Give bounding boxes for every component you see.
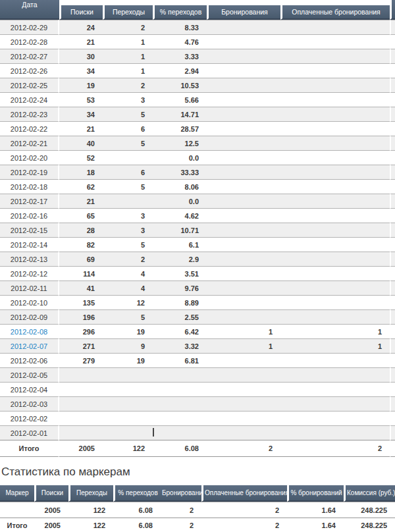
ctr-value: 6.42 (153, 324, 207, 338)
table-row: 2012-02-114149.76 (0, 280, 395, 295)
table-row: 2012-02-2519210.53 (0, 78, 395, 92)
column-header-searches: Поиски (59, 0, 103, 20)
date-cell: 2012-02-28 (0, 34, 59, 49)
clipped-cell (390, 280, 395, 295)
column-header-paid-bookings: Оплаченные бронирования (201, 485, 287, 502)
ctr-value: 33.33 (153, 165, 207, 179)
searches-value: 30 (59, 49, 103, 63)
date-cell: 2012-02-19 (0, 165, 59, 179)
clicks-value: 2 (103, 78, 153, 92)
ctr-value: 28.57 (153, 121, 207, 136)
table-row: 2012-02-1918633.33 (0, 165, 395, 179)
clipped-cell (390, 396, 395, 411)
paid-value (280, 309, 390, 324)
date-cell: 2012-02-21 (0, 136, 59, 150)
ctr-value: 0.0 (153, 194, 207, 208)
clicks-value: 19 (103, 324, 153, 338)
date-cell: 2012-02-14 (0, 237, 59, 252)
searches-value (59, 367, 103, 382)
ctr-value: 4.62 (153, 208, 207, 223)
bookings-value (207, 208, 280, 223)
total-clicks: 122 (68, 518, 113, 532)
paid-value (280, 20, 390, 34)
clipped-cell (390, 425, 395, 440)
bookings-value (207, 121, 280, 136)
paid-value (280, 223, 390, 237)
clipped-cell (390, 411, 395, 425)
clicks-value: 1 (103, 34, 153, 49)
paid-value: 1 (280, 324, 390, 338)
clipped-cell (390, 353, 395, 367)
searches-value: 196 (59, 309, 103, 324)
bookings-value: 2 (161, 502, 201, 518)
bookings-value (207, 136, 280, 150)
date-cell: 2012-02-10 (0, 295, 59, 309)
bookings-value (207, 194, 280, 208)
ctr-value: 9.76 (153, 280, 207, 295)
total-ctr: 6.08 (113, 518, 161, 532)
column-header-marker: Маркер (0, 485, 34, 502)
total-bookings: 2 (207, 440, 280, 457)
bookings-value (207, 382, 280, 396)
searches-value: 69 (59, 252, 103, 266)
clicks-value: 4 (103, 280, 153, 295)
date-cell: 2012-02-06 (0, 353, 59, 367)
searches-value: 135 (59, 295, 103, 309)
ctr-value: 3.32 (153, 338, 207, 353)
paid-value (280, 295, 390, 309)
clicks-value: 3 (103, 223, 153, 237)
marker-name (0, 502, 34, 518)
table-row: 2012-02-0919652.55 (0, 309, 395, 324)
daily-table-header-row: Дата Поиски Переходы % переходов Брониро… (0, 0, 395, 20)
column-header-commission: Комиссия (руб.) (344, 485, 395, 502)
bookings-value (207, 266, 280, 280)
date-link[interactable]: 2012-02-07 (0, 338, 59, 353)
column-header-booking-pct: % бронирований (287, 485, 344, 502)
ctr-value: 6.81 (153, 353, 207, 367)
clicks-value (103, 382, 153, 396)
table-row: 2012-02-06279196.81 (0, 353, 395, 367)
clipped-cell (390, 252, 395, 266)
ctr-value: 3.51 (153, 266, 207, 280)
clicks-value: 19 (103, 353, 153, 367)
ctr-value: 5.66 (153, 92, 207, 107)
clicks-value (103, 411, 153, 425)
clicks-value (103, 425, 153, 440)
searches-value: 24 (59, 20, 103, 34)
table-row: 2012-02-03 (0, 396, 395, 411)
table-row: 2012-02-0727193.3211 (0, 338, 395, 353)
ctr-value: 2.94 (153, 63, 207, 78)
ctr-value: 3.33 (153, 49, 207, 63)
clicks-value: 4 (103, 266, 153, 280)
clipped-cell (390, 223, 395, 237)
bookings-value (207, 92, 280, 107)
date-cell: 2012-02-27 (0, 49, 59, 63)
total-bookings: 2 (161, 518, 201, 532)
date-cell: 2012-02-13 (0, 252, 59, 266)
table-row: 2012-02-263412.94 (0, 63, 395, 78)
searches-value: 40 (59, 136, 103, 150)
paid-value (280, 63, 390, 78)
clicks-value: 6 (103, 165, 153, 179)
date-cell: 2012-02-20 (0, 150, 59, 165)
date-link[interactable]: 2012-02-08 (0, 324, 59, 338)
searches-value: 65 (59, 208, 103, 223)
total-paid: 2 (280, 440, 390, 457)
clicks-value: 1 (103, 63, 153, 78)
ctr-value (153, 411, 207, 425)
clicks-value: 6 (103, 121, 153, 136)
column-header-clipped (390, 0, 395, 20)
markers-total-row: Итого20051226.08221.64248.225 (0, 518, 395, 532)
date-cell: 2012-02-23 (0, 107, 59, 121)
searches-value (59, 396, 103, 411)
bookings-value (207, 280, 280, 295)
ctr-value: 2.9 (153, 252, 207, 266)
ctr-value: 12.5 (153, 136, 207, 150)
bookings-value (207, 252, 280, 266)
searches-value: 41 (59, 280, 103, 295)
ctr-value: 0.0 (153, 150, 207, 165)
daily-stats-table: Дата Поиски Переходы % переходов Брониро… (0, 0, 395, 457)
bookings-value (207, 223, 280, 237)
clicks-value: 5 (103, 179, 153, 194)
date-cell: 2012-02-12 (0, 266, 59, 280)
